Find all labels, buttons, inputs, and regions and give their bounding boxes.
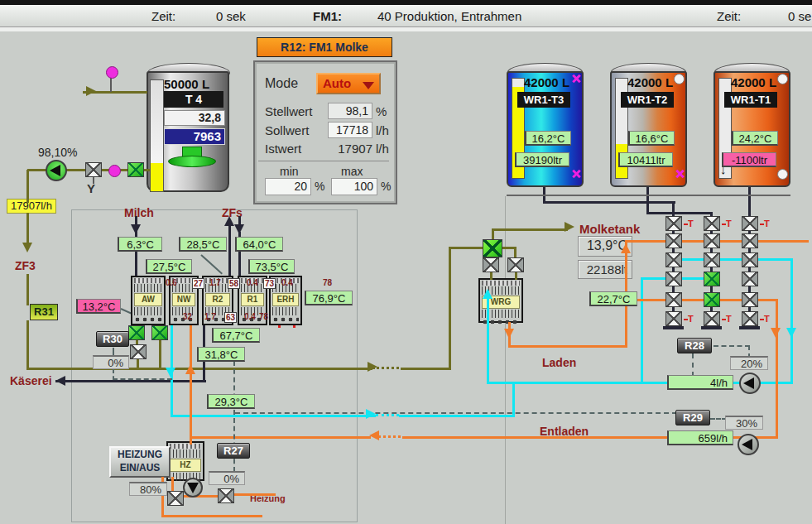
tank-volume: 10411ltr [618,152,673,167]
tank-t4[interactable]: 50000 L T 4 32,8 7963 [147,63,229,192]
valve[interactable] [507,257,524,272]
regulator-button[interactable]: R29 [675,410,710,425]
tank-t4-volume: 7963 [164,128,225,145]
valve[interactable] [167,491,184,506]
storage-tank[interactable]: 42000 LWR1-T316,2°C39190ltr [507,63,584,187]
tank-name[interactable]: WR1-T1 [724,92,777,108]
valve[interactable] [742,311,758,326]
unit-ports [134,316,162,323]
tank-name[interactable]: WR1-T2 [621,92,674,108]
sollwert-value[interactable]: 17718 [328,122,372,138]
pipe-dotted [376,414,399,416]
valve[interactable] [665,233,682,248]
max-value[interactable]: 100 [331,178,377,195]
regulator-button[interactable]: R30 [96,331,129,347]
pipe [190,322,192,440]
valve[interactable] [704,272,720,286]
flow-arrow [166,368,175,377]
flow-arrow [234,224,244,234]
valve[interactable] [127,162,144,177]
valve[interactable] [742,233,758,248]
pipe [507,195,790,196]
valve[interactable] [665,311,682,326]
pipe [137,358,139,369]
valve[interactable] [665,252,682,267]
valve[interactable] [128,325,145,340]
tank-temp: 16,6°C [628,131,675,146]
pump-rotor-icon [187,483,199,493]
pipe [26,170,29,203]
heizung-ein-aus-button[interactable]: HEIZUNG EIN/AUS [109,446,171,478]
regulator-button[interactable]: R28 [677,338,712,353]
valve[interactable] [742,292,758,307]
sub-strip [0,27,812,31]
exchanger-unit[interactable]: AW [131,276,166,325]
storage-tank[interactable]: 42000 LWR1-T216,6°C10411ltr [610,63,687,187]
hz-exchanger[interactable]: HZ [166,441,204,481]
sollwert-label: Sollwert [265,123,309,137]
valve[interactable] [704,216,720,231]
valve[interactable] [85,162,102,177]
r12-panel: Mode Auto Stellwert 98,1 % Sollwert 1771… [253,60,397,204]
wrg-exchanger[interactable]: WRG [478,278,523,323]
pipe [492,228,568,231]
zeit-value: 0 sek [216,9,246,23]
unit-name: ERH [272,293,299,306]
pump-icon[interactable] [739,373,761,394]
valve[interactable] [742,272,758,286]
valve[interactable] [742,252,758,267]
tank-status-marker-bottom [777,169,788,180]
valve[interactable] [704,292,720,307]
interstage-value: 0.6 [166,278,177,287]
valve[interactable] [665,216,682,231]
valve[interactable] [704,233,720,248]
pump-icon[interactable] [46,160,67,181]
pipe [449,248,451,370]
tank-temp: 24,2°C [732,131,778,146]
pipe [26,320,29,370]
mode-dropdown[interactable]: Auto [316,73,381,94]
value-tag: 27,5°C [146,259,192,274]
hz-plates-top [170,449,201,458]
pipe [508,345,627,348]
valve[interactable] [151,325,168,340]
t-marker: T [688,315,694,323]
flow-arrow [771,328,781,338]
valve[interactable] [665,292,682,307]
flow-indicator-zf3: 17907l/h [7,199,56,214]
flow-arrow [483,289,492,299]
valve[interactable] [704,311,720,326]
pipe [55,380,206,382]
value-tag: 28,5°C [179,237,227,252]
pump-icon[interactable] [183,478,203,498]
tank-t4-name[interactable]: T 4 [164,91,223,108]
regulator-button[interactable]: R27 [217,443,250,459]
valve[interactable] [483,257,499,272]
pipe [512,382,515,416]
r31-button[interactable]: R31 [30,304,58,320]
pump-icon[interactable] [738,434,759,455]
valve[interactable] [704,252,720,267]
percent-box: 80% [129,482,167,496]
value-tag: 73,5°C [248,259,295,274]
tank-name[interactable]: WR1-T3 [517,92,570,108]
flow-arrow [621,243,631,253]
valve[interactable] [665,272,682,286]
valve[interactable] [130,344,147,359]
t-marker: T [764,315,770,323]
storage-tank[interactable]: ↓42000 LWR1-T124,2°C-1100ltr [714,63,790,187]
tank-volume: -1100ltr [722,152,776,167]
pump-percent-label: 98,10% [38,146,77,159]
unit-plates-bottom [272,307,299,315]
tank-status-marker-bottom [571,169,581,179]
pipe [543,201,675,204]
flow-arrow [366,409,376,419]
valve[interactable] [218,488,234,503]
min-value[interactable]: 20 [265,178,311,195]
valve[interactable] [742,216,758,231]
tank-capacity: 42000 L [731,75,776,89]
pipe [515,272,517,280]
valve[interactable] [483,239,502,257]
r12-separator [258,161,389,161]
pipe [26,274,29,305]
